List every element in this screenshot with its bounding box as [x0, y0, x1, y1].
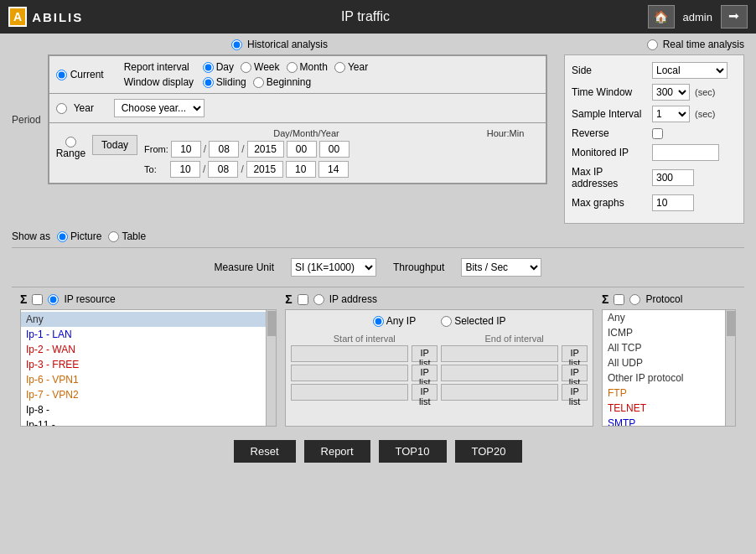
protocol-list[interactable]: Any ICMP All TCP All UDP Other IP protoc…: [602, 309, 736, 427]
admin-label: admin: [683, 11, 712, 23]
from-year-input[interactable]: [247, 141, 284, 158]
from-month-input[interactable]: [209, 141, 239, 158]
to-year-input[interactable]: [246, 161, 283, 178]
list-item[interactable]: Ip-2 - WAN: [21, 342, 276, 357]
throughput-select[interactable]: Bits / Sec Bytes / Sec Packets / Sec: [461, 258, 541, 277]
sample-interval-row: Sample Interval 1 2 5 (sec): [572, 106, 737, 122]
start-ip-input-2[interactable]: [291, 365, 408, 381]
ip-address-checkbox[interactable]: [298, 294, 308, 305]
selected-ip-radio[interactable]: [441, 316, 452, 327]
protocol-radio[interactable]: [629, 294, 640, 305]
start-ip-input-3[interactable]: [291, 384, 408, 401]
table-label: Table: [122, 230, 146, 242]
realtime-radio[interactable]: [647, 39, 658, 50]
reset-button[interactable]: Reset: [234, 440, 296, 463]
side-select[interactable]: Local Remote: [652, 62, 728, 79]
top10-button[interactable]: TOP10: [379, 440, 447, 463]
start-ip-input-1[interactable]: [291, 345, 408, 362]
sliding-option[interactable]: Sliding: [203, 76, 246, 88]
bottom-buttons: Reset Report TOP10 TOP20: [12, 432, 744, 471]
to-min-input[interactable]: [318, 161, 349, 178]
proto-item-ftp[interactable]: FTP: [603, 386, 735, 401]
beginning-option[interactable]: Beginning: [253, 76, 311, 88]
ip-address-sigma: Σ: [285, 293, 292, 306]
year-period-radio[interactable]: [56, 103, 67, 114]
ip-resource-header: Σ IP resource: [20, 293, 277, 306]
any-ip-radio[interactable]: [373, 316, 384, 327]
any-ip-option[interactable]: Any IP: [373, 315, 416, 327]
to-hour-input[interactable]: [286, 161, 316, 178]
table-option[interactable]: Table: [108, 230, 146, 242]
ip-list-btn-start-1[interactable]: IP list: [412, 345, 438, 362]
from-hour-input[interactable]: [287, 141, 317, 158]
max-graphs-input[interactable]: [652, 194, 694, 211]
time-window-select[interactable]: 300 600 900: [652, 84, 690, 101]
ip-list-btn-start-2[interactable]: IP list: [412, 365, 438, 381]
week-radio[interactable]: [241, 62, 251, 73]
ip-address-radio[interactable]: [313, 294, 324, 305]
picture-radio[interactable]: [57, 231, 68, 242]
current-period-radio[interactable]: [56, 70, 67, 80]
month-option[interactable]: Month: [287, 61, 328, 73]
window-display-label: Window display: [124, 76, 198, 88]
table-radio[interactable]: [108, 231, 119, 242]
monitored-ip-input[interactable]: [652, 144, 719, 161]
from-day-input[interactable]: [171, 141, 201, 158]
protocol-checkbox[interactable]: [614, 294, 624, 305]
picture-option[interactable]: Picture: [57, 230, 101, 242]
sample-interval-select[interactable]: 1 2 5: [652, 106, 690, 122]
year-select[interactable]: Choose year...: [114, 99, 205, 117]
historical-radio[interactable]: [231, 39, 242, 50]
proto-item-icmp[interactable]: ICMP: [603, 325, 735, 340]
home-button[interactable]: 🏠: [648, 5, 675, 28]
today-button[interactable]: Today: [92, 135, 137, 155]
from-min-input[interactable]: [319, 141, 350, 158]
sliding-radio[interactable]: [203, 77, 214, 88]
list-item[interactable]: Ip-8 -: [21, 402, 276, 417]
measure-unit-select[interactable]: SI (1K=1000) IEC (1K=1024): [291, 258, 376, 277]
range-period-radio[interactable]: [65, 137, 76, 148]
list-item[interactable]: Ip-7 - VPN2: [21, 387, 276, 402]
beginning-radio[interactable]: [253, 77, 264, 88]
proto-item-smtp[interactable]: SMTP: [603, 416, 735, 427]
proto-item-telnet[interactable]: TELNET: [603, 401, 735, 416]
report-button[interactable]: Report: [304, 440, 370, 463]
ip-list-btn-end-2[interactable]: IP list: [562, 365, 588, 381]
month-radio[interactable]: [287, 62, 298, 73]
proto-item-other[interactable]: Other IP protocol: [603, 370, 735, 386]
list-item[interactable]: Any: [21, 312, 276, 327]
to-month-input[interactable]: [208, 161, 238, 178]
end-ip-input-1[interactable]: [441, 345, 558, 362]
year-option[interactable]: Year: [334, 61, 368, 73]
day-option[interactable]: Day: [203, 61, 234, 73]
logout-button[interactable]: ⮕: [721, 5, 748, 28]
protocol-scrollbar[interactable]: [725, 310, 735, 426]
proto-item-tcp[interactable]: All TCP: [603, 340, 735, 355]
ip-resource-label: IP resource: [64, 293, 115, 305]
ip-list-btn-end-3[interactable]: IP list: [562, 384, 588, 401]
ip-resource-radio[interactable]: [48, 294, 59, 305]
logo-icon: A: [8, 7, 27, 27]
year-radio[interactable]: [334, 62, 345, 73]
ip-resource-checkbox[interactable]: [32, 294, 43, 305]
end-ip-input-2[interactable]: [441, 365, 558, 381]
top20-button[interactable]: TOP20: [455, 440, 523, 463]
divider-1: [12, 247, 744, 248]
ip-list-btn-start-3[interactable]: IP list: [412, 384, 438, 401]
day-radio[interactable]: [203, 62, 214, 73]
end-ip-input-3[interactable]: [441, 384, 558, 401]
list-item[interactable]: Ip-3 - FREE: [21, 357, 276, 372]
list-item[interactable]: Ip-11 -: [21, 417, 276, 427]
list-item[interactable]: Ip-1 - LAN: [21, 327, 276, 342]
list-item[interactable]: Ip-6 - VPN1: [21, 372, 276, 387]
reverse-checkbox[interactable]: [652, 128, 663, 139]
week-option[interactable]: Week: [241, 61, 279, 73]
selected-ip-option[interactable]: Selected IP: [441, 315, 505, 327]
proto-item-any[interactable]: Any: [603, 310, 735, 325]
to-day-input[interactable]: [170, 161, 200, 178]
max-ip-input[interactable]: [652, 169, 694, 186]
scrollbar-track[interactable]: [266, 310, 276, 426]
ip-resource-list[interactable]: Any Ip-1 - LAN Ip-2 - WAN Ip-3 - FREE Ip…: [20, 309, 277, 427]
ip-list-btn-end-1[interactable]: IP list: [562, 345, 588, 362]
proto-item-udp[interactable]: All UDP: [603, 355, 735, 370]
